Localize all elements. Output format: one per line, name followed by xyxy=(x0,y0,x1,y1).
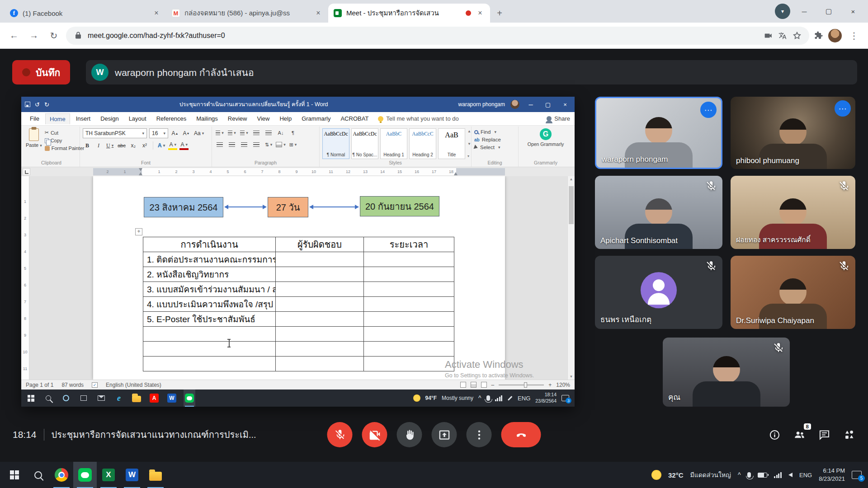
tab-meet[interactable]: Meet - ประชุมหารือการจัดเสวน × xyxy=(328,4,490,23)
participants-icon[interactable]: 8 xyxy=(793,429,806,441)
spellcheck-icon[interactable]: ✓ xyxy=(92,382,98,388)
zoom-level[interactable]: 120% xyxy=(556,382,570,388)
tab-close-icon[interactable]: × xyxy=(476,9,485,18)
more-options-button[interactable] xyxy=(467,422,492,447)
tab-close-icon[interactable]: × xyxy=(152,9,161,18)
change-case-button[interactable]: Aa xyxy=(193,129,205,138)
browser-menu-icon[interactable]: ⋮ xyxy=(846,28,862,43)
window-maximize-button[interactable]: ▢ xyxy=(818,0,839,23)
activities-icon[interactable] xyxy=(843,429,855,441)
ribbon-tab-view[interactable]: View xyxy=(253,113,274,124)
self-view-tile[interactable]: คุณ xyxy=(663,338,790,407)
font-size-select[interactable]: 16 xyxy=(149,128,168,138)
table-cell[interactable] xyxy=(364,357,454,371)
task-view-icon[interactable] xyxy=(78,389,90,407)
word-minimize-button[interactable]: ─ xyxy=(525,101,537,108)
table-cell[interactable] xyxy=(143,327,276,342)
tile-menu-icon[interactable]: ⋯ xyxy=(700,102,717,118)
acrobat-icon[interactable]: A xyxy=(148,389,160,407)
ribbon-tab-mailings[interactable]: Mailings xyxy=(192,113,222,124)
participant-tile-suriwipa[interactable]: Dr.Suriwipa Chaiyapan xyxy=(731,256,855,329)
meeting-info-icon[interactable] xyxy=(769,429,781,441)
document-page[interactable]: 23 สิงหาคม 2564 27 วัน 20 กันยายน 2564 ก… xyxy=(93,176,505,380)
undo-icon[interactable]: ↺ xyxy=(35,101,40,108)
table-cell[interactable] xyxy=(276,312,364,327)
paste-button[interactable]: Paste xyxy=(26,128,42,159)
search-icon[interactable] xyxy=(26,462,50,488)
zoom-in-icon[interactable]: + xyxy=(548,382,552,388)
mail-icon[interactable] xyxy=(95,389,107,407)
table-cell[interactable] xyxy=(276,327,364,342)
italic-button[interactable]: I xyxy=(94,141,103,150)
forward-button[interactable]: → xyxy=(26,28,42,43)
table-move-handle[interactable] xyxy=(135,228,142,235)
justify-button[interactable] xyxy=(251,140,261,149)
text-effects-button[interactable]: A xyxy=(157,141,166,150)
hidden-icons-chevron[interactable]: ^ xyxy=(478,394,481,402)
table-cell[interactable] xyxy=(143,357,276,371)
table-header-cell[interactable]: การดำเนินงาน xyxy=(143,237,276,252)
superscript-button[interactable]: x² xyxy=(140,141,149,150)
zoom-out-icon[interactable]: – xyxy=(491,382,495,388)
align-left-button[interactable] xyxy=(215,140,225,149)
ribbon-tab-design[interactable]: Design xyxy=(96,113,123,124)
styles-gallery-scroll[interactable]: ▲▼▾ xyxy=(467,128,472,159)
file-explorer-icon[interactable] xyxy=(144,462,167,488)
start-button[interactable] xyxy=(25,389,37,407)
recording-badge[interactable]: บันทึก xyxy=(12,60,70,84)
table-cell[interactable] xyxy=(364,342,454,357)
language-indicator[interactable]: English (United States) xyxy=(106,382,161,388)
speaker-icon[interactable] xyxy=(788,473,793,477)
table-cell[interactable] xyxy=(276,267,364,282)
start-button[interactable] xyxy=(3,462,26,488)
weather-temp[interactable]: 94°F xyxy=(425,395,437,401)
table-cell[interactable] xyxy=(276,297,364,312)
redo-icon[interactable]: ↻ xyxy=(44,101,49,108)
table-cell[interactable]: 5. E-Poster ใช้ประชาสัมพันธ์ xyxy=(143,312,276,327)
align-right-button[interactable] xyxy=(239,140,249,149)
grow-font-button[interactable]: A▲ xyxy=(170,129,179,138)
bullets-button[interactable] xyxy=(215,128,225,137)
language-switcher[interactable]: ENG xyxy=(799,472,812,479)
excel-taskbar-icon[interactable]: X xyxy=(97,462,120,488)
right-indent-marker[interactable] xyxy=(454,172,458,175)
timeline-box-duration[interactable]: 27 วัน xyxy=(268,197,308,217)
shading-button[interactable] xyxy=(276,140,286,149)
language-switcher[interactable]: ENG xyxy=(518,395,530,402)
camera-capture-icon[interactable] xyxy=(763,31,773,41)
increase-indent-button[interactable] xyxy=(264,128,274,137)
search-icon[interactable] xyxy=(42,389,54,407)
weather-desc[interactable]: มีแดดส่วนใหญ่ xyxy=(690,470,731,480)
style-no-spacing[interactable]: AaBbCcDc ¶ No Spac... xyxy=(351,128,378,159)
ribbon-tab-file[interactable]: File xyxy=(26,113,43,124)
ribbon-tab-grammarly[interactable]: Grammarly xyxy=(297,113,335,124)
scroll-down-icon[interactable]: ▼ xyxy=(570,375,573,379)
participant-tile-foithong[interactable]: ฝอยทอง สาครวรรณศักดิ์ xyxy=(731,176,855,249)
highlight-color-button[interactable]: A xyxy=(168,141,177,150)
battery-icon[interactable] xyxy=(758,473,767,478)
table-cell[interactable] xyxy=(364,312,454,327)
first-line-indent-marker[interactable] xyxy=(139,168,142,171)
print-layout-icon[interactable] xyxy=(471,382,476,388)
horizontal-ruler[interactable]: 21123456789101112131415161718 xyxy=(21,167,575,176)
ribbon-tab-insert[interactable]: Insert xyxy=(72,113,95,124)
camera-toggle-button[interactable] xyxy=(362,422,387,447)
participant-tile-apichart[interactable]: Apichart Sonthisombat xyxy=(595,176,722,249)
vertical-ruler[interactable]: 1234567891011 xyxy=(21,176,29,380)
word-restore-button[interactable]: ▢ xyxy=(542,101,554,108)
word-app-icon[interactable]: W xyxy=(166,389,178,407)
cut-button[interactable]: ✂Cut xyxy=(45,130,85,136)
browser-profile-avatar[interactable] xyxy=(828,29,842,42)
tab-selector-icon[interactable] xyxy=(23,168,30,175)
table-cell[interactable]: 1. ติดต่อประสานงานคณะกรรมการ xyxy=(143,252,276,267)
participant-tile-thanaporn[interactable]: ธนพร เหนือเกตุ xyxy=(595,256,722,329)
network-icon[interactable] xyxy=(774,472,782,478)
ribbon-tab-help[interactable]: Help xyxy=(275,113,296,124)
borders-button[interactable]: ⊞ xyxy=(288,140,298,149)
replace-button[interactable]: abReplace xyxy=(474,137,501,142)
new-tab-button[interactable]: + xyxy=(493,6,506,20)
present-button[interactable] xyxy=(432,422,457,447)
multilevel-list-button[interactable] xyxy=(239,128,249,137)
reload-button[interactable]: ↻ xyxy=(46,28,61,43)
account-avatar[interactable] xyxy=(510,100,519,109)
